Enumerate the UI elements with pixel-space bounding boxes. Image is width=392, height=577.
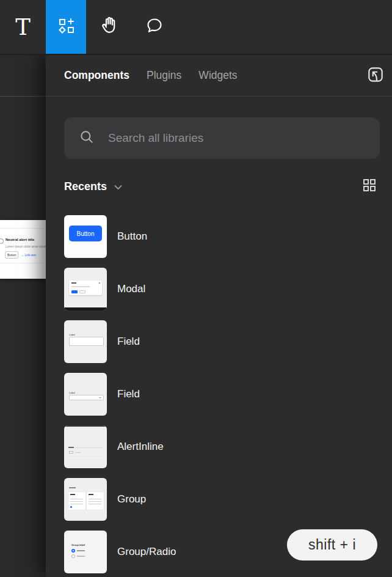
search-icon (79, 129, 107, 147)
hand-tool-button[interactable] (86, 0, 134, 54)
grid-view-button[interactable] (361, 178, 377, 194)
list-item-field-select[interactable]: Label Field (64, 373, 392, 416)
alertinline-thumbnail (64, 425, 107, 468)
group-radio-thumbnail: Group label (64, 531, 107, 573)
component-list: Button Button Modal Label (46, 215, 392, 573)
field-select-thumbnail: Label (64, 373, 107, 416)
list-item-modal[interactable]: Modal (64, 268, 392, 311)
grid-view-icon (362, 178, 377, 195)
alert-button: Button (5, 251, 18, 259)
item-label: Group/Radio (117, 546, 176, 558)
recents-title: Recents (64, 180, 107, 193)
mini-field-input (69, 337, 104, 346)
text-tool-icon: T (15, 16, 31, 39)
alert-title: Neutral alert title (5, 238, 34, 241)
modal-thumbnail (64, 268, 107, 311)
list-item-alertinline[interactable]: AlertInline (64, 425, 392, 468)
item-label: Field (117, 388, 140, 400)
panel-header: Components Plugins Widgets (46, 55, 392, 97)
recents-dropdown[interactable]: Recents (64, 180, 122, 193)
mini-group-label: Group label (71, 543, 85, 546)
mini-radio-unselected (71, 554, 75, 558)
shortcut-hint-badge: shift + i (287, 529, 377, 560)
comment-tool-button[interactable] (134, 0, 175, 54)
canvas-area[interactable]: Neutral alert title Lorem ipsum dolor am… (0, 55, 46, 577)
field-thumbnail: Label (64, 320, 107, 363)
tab-widgets[interactable]: Widgets (198, 69, 237, 82)
search-bar (64, 117, 380, 159)
list-item-group[interactable]: Group (64, 478, 392, 521)
search-input[interactable] (107, 131, 369, 145)
mini-field-label: Label (69, 391, 75, 394)
text-tool-button[interactable]: T (0, 0, 46, 54)
component-insert-icon (55, 15, 77, 39)
alert-info-icon (0, 238, 4, 244)
tab-components[interactable]: Components (64, 69, 129, 82)
toolbar: T (0, 0, 392, 55)
item-label: Field (117, 336, 140, 348)
item-label: AlertInline (117, 441, 164, 453)
list-item-button[interactable]: Button Button (64, 215, 392, 258)
figma-app-window: T (0, 0, 392, 577)
item-label: Group (117, 493, 146, 505)
card-border (0, 228, 46, 229)
canvas-alert-component[interactable]: Neutral alert title Lorem ipsum dolor am… (0, 220, 46, 279)
mini-select-input (69, 395, 104, 400)
insert-panel: Components Plugins Widgets (46, 55, 392, 577)
card-border (0, 263, 46, 263)
comment-bubble-icon (144, 15, 165, 39)
item-label: Modal (117, 283, 145, 295)
group-thumbnail (64, 478, 107, 521)
hand-tool-icon (99, 15, 121, 39)
button-thumbnail: Button (64, 215, 107, 258)
list-item-field[interactable]: Label Field (64, 320, 392, 363)
alert-body: Lorem ipsum dolor amet consect (5, 244, 46, 248)
alert-link: → Link text (21, 253, 36, 257)
insert-component-tool-button[interactable] (46, 0, 86, 54)
mini-modal-preview (69, 281, 102, 295)
mini-radio-selected (71, 549, 75, 553)
mini-button-preview: Button (69, 226, 102, 241)
canvas-divider-line (0, 96, 46, 97)
mini-field-label: Label (69, 333, 75, 336)
detach-panel-button[interactable] (365, 65, 386, 86)
tab-plugins[interactable]: Plugins (147, 69, 181, 82)
item-label: Button (117, 230, 147, 243)
recents-section-row: Recents (64, 178, 377, 194)
arrow-up-left-icon (366, 65, 385, 87)
chevron-down-icon (107, 180, 122, 193)
